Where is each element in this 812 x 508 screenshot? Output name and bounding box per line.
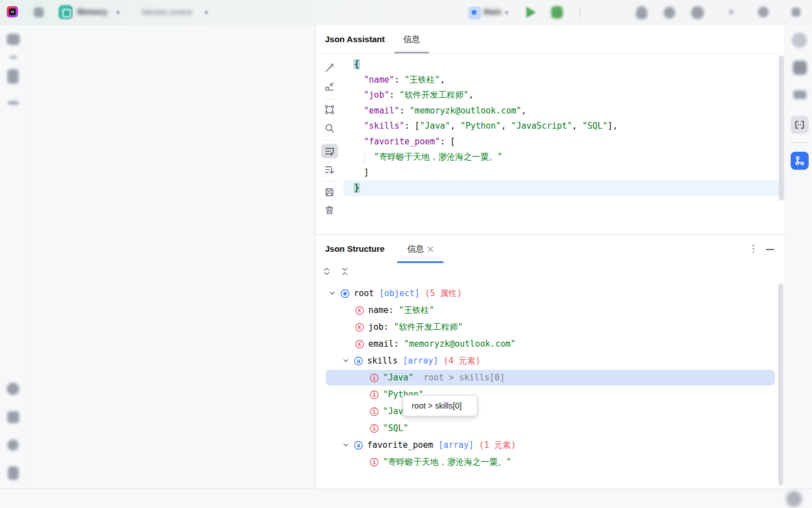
search-icon[interactable] xyxy=(324,123,335,134)
node-name: skills xyxy=(367,356,398,366)
chevron-down-icon[interactable] xyxy=(342,357,349,364)
project-icon[interactable] xyxy=(58,5,73,19)
collapse-all-icon[interactable] xyxy=(340,267,349,276)
panel-minimize-icon[interactable] xyxy=(766,249,774,250)
status-progress-icon[interactable] xyxy=(786,491,802,507)
project-tool-icon[interactable] xyxy=(7,34,20,45)
stripe-divider xyxy=(10,56,17,58)
punct: ], xyxy=(608,121,618,131)
tree-row-poem[interactable]: i "寄蜉蝣于天地，渺沧海之一粟。" xyxy=(315,453,785,470)
json-key: "name" xyxy=(354,75,394,85)
json-structure-tree: root [object] (5 属性) K name: "王铁柱" K job… xyxy=(315,280,785,489)
code-line: "寄蜉蝣于天地，渺沧海之一粟。" xyxy=(344,149,785,165)
punct: , xyxy=(521,106,526,116)
path-tooltip: root > skills[0] xyxy=(403,395,477,416)
punct: : [ xyxy=(404,121,419,131)
tree-row-email[interactable]: K email: "memoryzk@outlook.com" xyxy=(315,335,785,352)
panel-options-icon[interactable]: ⋮ xyxy=(748,245,758,253)
tree-row-name[interactable]: K name: "王铁柱" xyxy=(315,302,785,319)
structure-tab[interactable]: 信息 xyxy=(397,235,444,263)
run-tool-icon[interactable] xyxy=(7,383,19,395)
node-graph-icon[interactable] xyxy=(324,104,335,115)
json-structure-panel: Json Structure 信息 ⋮ xyxy=(315,234,785,489)
object-icon xyxy=(340,289,350,298)
json-string: "软件开发工程师" xyxy=(399,90,468,100)
scroll-to-end-icon[interactable] xyxy=(324,164,335,175)
svg-text:K: K xyxy=(358,325,362,330)
hamburger-menu-icon[interactable] xyxy=(34,7,44,17)
status-bar xyxy=(0,488,812,508)
soft-wrap-icon[interactable] xyxy=(324,146,335,157)
profile-icon[interactable] xyxy=(636,6,647,19)
tree-row-javascript[interactable]: i "JavaScript" xyxy=(315,403,785,420)
assistant-panel-header: Json Assistant 信息 xyxy=(315,25,785,53)
project-chevron-icon: ▼ xyxy=(115,10,121,16)
close-brace: } xyxy=(354,183,360,193)
json-string: "Java" xyxy=(419,121,450,131)
key-icon: K xyxy=(355,339,364,349)
code-line: { xyxy=(344,57,785,72)
more-tools-icon[interactable] xyxy=(8,101,19,105)
terminal-tool-icon[interactable] xyxy=(7,411,19,423)
right-tool-stripe xyxy=(784,25,812,488)
node-type: [array] xyxy=(403,356,438,366)
commit-tool-icon[interactable] xyxy=(7,69,19,84)
node-value: "SQL" xyxy=(383,423,408,433)
ai-assistant-tool-icon[interactable] xyxy=(793,61,807,75)
editor-scrollbar[interactable] xyxy=(779,56,784,201)
notifications-icon[interactable] xyxy=(758,7,769,17)
main-editor-area[interactable] xyxy=(26,25,315,488)
json-code: { "name": "王铁柱", "job": "软件开发工程师", "emai… xyxy=(344,57,785,196)
ide-logo-icon[interactable]: IJ xyxy=(7,6,18,17)
tree-row-job[interactable]: K job: "软件开发工程师" xyxy=(315,319,785,335)
json-structure-stripe-icon[interactable] xyxy=(791,152,809,170)
code-line-current: } xyxy=(344,180,785,196)
structure-panel-title: Json Structure xyxy=(325,235,385,263)
save-icon[interactable] xyxy=(324,187,335,198)
window-controls-icon[interactable] xyxy=(792,8,800,16)
toolbar-separator xyxy=(324,181,335,182)
code-line: "favorite_poem": [ xyxy=(344,134,785,150)
services-tool-icon[interactable] xyxy=(7,439,19,451)
chevron-down-icon[interactable] xyxy=(329,290,336,297)
database-tool-icon[interactable] xyxy=(793,90,806,99)
node-value: "Java" xyxy=(383,373,413,383)
tree-row-favorite-poem[interactable]: a favorite_poem [array] (1 元素) xyxy=(315,437,785,453)
ide-window: IJ Memory ▼ Version control ▼ Main ▼ xyxy=(0,0,812,508)
delete-icon[interactable] xyxy=(324,205,335,216)
run-button[interactable] xyxy=(526,7,536,18)
tree-row-skills[interactable]: a skills [array] (4 元素) xyxy=(315,352,785,369)
tab-close-icon[interactable] xyxy=(427,246,434,252)
json-assistant-stripe-icon[interactable] xyxy=(791,116,809,134)
project-name[interactable]: Memory xyxy=(77,7,107,16)
tree-row-root[interactable]: root [object] (5 属性) xyxy=(315,285,785,302)
code-line: "name": "王铁柱", xyxy=(344,72,785,88)
debug-button[interactable] xyxy=(551,6,563,19)
svg-text:K: K xyxy=(358,308,362,314)
punct: , xyxy=(440,75,445,85)
code-line: "job": "软件开发工程师", xyxy=(344,88,785,103)
tree-row-sql[interactable]: i "SQL" xyxy=(315,420,785,437)
settings-gear-icon[interactable] xyxy=(691,6,704,19)
notifications-tool-icon[interactable] xyxy=(792,33,807,48)
run-config-icon[interactable] xyxy=(468,7,481,19)
git-branch-icon[interactable] xyxy=(8,466,19,480)
ide-logo-letters: IJ xyxy=(9,8,16,15)
magic-wand-icon[interactable] xyxy=(324,62,335,74)
assistant-tab[interactable]: 信息 xyxy=(394,25,429,53)
json-string: "Python" xyxy=(461,121,501,131)
structure-panel-header: Json Structure 信息 ⋮ xyxy=(315,235,785,263)
tree-row-python[interactable]: i "Python" xyxy=(315,386,785,403)
vcs-widget[interactable]: Version control xyxy=(142,8,192,16)
tree-row-java-selected[interactable]: i "Java" root > skills[0] xyxy=(326,370,775,385)
project-icon-glyph xyxy=(62,9,71,17)
punct: : xyxy=(394,75,404,85)
run-config-name[interactable]: Main xyxy=(484,7,502,16)
collapse-json-icon[interactable] xyxy=(324,81,335,92)
json-editor[interactable]: { "name": "王铁柱", "job": "软件开发工程师", "emai… xyxy=(344,54,785,235)
chevron-down-icon[interactable] xyxy=(342,442,349,448)
search-everywhere-icon[interactable] xyxy=(664,7,675,19)
tree-scrollbar[interactable] xyxy=(778,283,783,486)
expand-all-icon[interactable] xyxy=(322,267,331,276)
json-string: "寄蜉蝣于天地，渺沧海之一粟。" xyxy=(354,152,502,162)
